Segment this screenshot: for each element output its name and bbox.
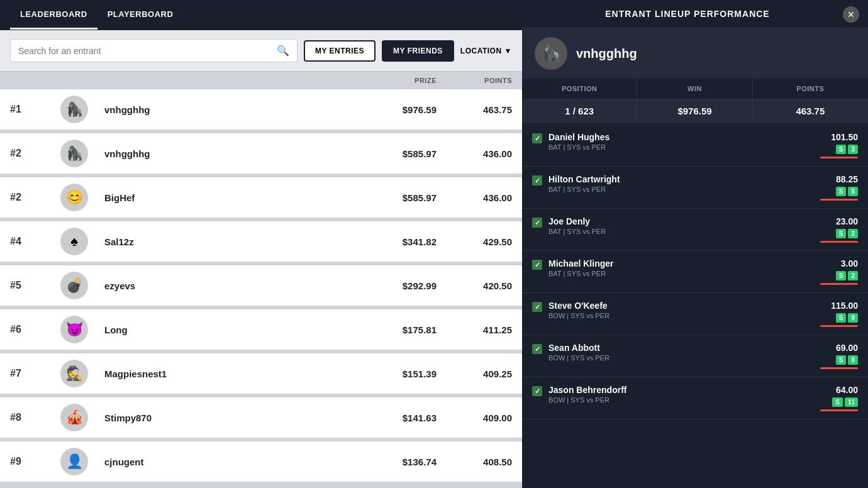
- location-button[interactable]: LOCATION ▼: [460, 47, 512, 55]
- rank: #6: [10, 324, 60, 335]
- search-wrapper: 🔍: [10, 39, 298, 62]
- player-info: Hilton Cartwright BAT | SYS vs PER: [548, 174, 814, 193]
- badge-num: 2: [848, 229, 858, 238]
- position-label: POSITION: [522, 79, 637, 99]
- nav-tabs: LEADERBOARD PLAYERBOARD: [0, 0, 522, 30]
- prize: $585.97: [348, 192, 437, 203]
- rank: #4: [10, 236, 60, 247]
- table-row[interactable]: #1 🦍 vnhgghhg $976.59 463.75: [0, 89, 522, 133]
- player-row[interactable]: Sean Abbott BOW | SYS vs PER 69.00 S 8: [522, 335, 868, 377]
- table-row[interactable]: #6 😈 Long $175.81 411.25: [0, 309, 522, 353]
- table-row[interactable]: #5 💣 ezyevs $292.99 420.50: [0, 265, 522, 309]
- right-panel: ENTRANT LINEUP PERFORMANCE ✕ 🦍 vnhgghhg …: [522, 0, 868, 488]
- rank: #2: [10, 192, 60, 203]
- score-badges: S 2: [820, 229, 858, 238]
- avatar: 😈: [60, 316, 88, 343]
- prize: $175.81: [348, 324, 437, 335]
- points: 429.50: [437, 236, 512, 247]
- player-name: Joe Denly: [548, 216, 814, 226]
- score-bar-wrapper: [820, 199, 858, 201]
- score-badges: S 5: [820, 187, 858, 196]
- player-meta: BAT | SYS vs PER: [548, 186, 814, 193]
- points: 409.25: [437, 369, 512, 379]
- close-button[interactable]: ✕: [843, 6, 859, 23]
- score-bar: [820, 157, 858, 158]
- player-score: 88.25: [820, 174, 858, 184]
- player-name: Daniel Hughes: [548, 132, 814, 142]
- win-label: WIN: [637, 79, 752, 99]
- player-row[interactable]: Hilton Cartwright BAT | SYS vs PER 88.25…: [522, 167, 868, 209]
- player-score-area: 23.00 S 2: [820, 216, 858, 243]
- score-bar: [820, 199, 858, 201]
- badge-s: S: [836, 313, 847, 323]
- score-badges: S 3: [820, 145, 858, 154]
- player-meta: BOW | SYS vs PER: [548, 312, 814, 319]
- username: vnhgghhg: [98, 104, 348, 115]
- prize: $585.97: [348, 148, 437, 159]
- username: Stimpy870: [98, 413, 348, 423]
- player-row[interactable]: Jason Behrendorff BOW | SYS vs PER 64.00…: [522, 377, 868, 419]
- score-badges: S 9: [820, 313, 858, 323]
- left-panel: LEADERBOARD PLAYERBOARD 🔍 MY ENTRIES MY …: [0, 0, 522, 488]
- avatar: ♠️: [60, 228, 88, 255]
- my-friends-button[interactable]: MY FRIENDS: [382, 40, 454, 62]
- points: 411.25: [437, 324, 512, 335]
- player-meta: BOW | SYS vs PER: [548, 396, 814, 404]
- player-score-area: 64.00 S 11: [820, 385, 858, 411]
- search-input[interactable]: [18, 46, 272, 56]
- my-entries-button[interactable]: MY ENTRIES: [304, 40, 376, 62]
- avatar: 🦍: [60, 96, 88, 123]
- player-score: 69.00: [820, 343, 858, 353]
- player-info: Michael Klinger BAT | SYS vs PER: [548, 258, 814, 277]
- entrant-header: 🦍 vnhgghhg: [522, 28, 868, 79]
- player-row[interactable]: Joe Denly BAT | SYS vs PER 23.00 S 2: [522, 209, 868, 251]
- table-row[interactable]: #7 🕵️ Magpiesnest1 $151.39 409.25: [0, 353, 522, 397]
- rank: #9: [10, 456, 60, 467]
- badge-s: S: [836, 187, 847, 196]
- rank: #5: [10, 280, 60, 291]
- score-bar: [820, 409, 858, 411]
- username: Sal12z: [98, 236, 348, 247]
- players-list: Daniel Hughes BAT | SYS vs PER 101.50 S …: [522, 125, 868, 488]
- player-meta: BOW | SYS vs PER: [548, 354, 814, 362]
- player-score-area: 101.50 S 3: [820, 132, 858, 158]
- player-score: 64.00: [820, 385, 858, 395]
- check-icon: [532, 386, 542, 396]
- stats-values: 1 / 623 $976.59 463.75: [522, 99, 868, 125]
- avatar: 💣: [60, 272, 88, 299]
- player-score: 23.00: [820, 216, 858, 226]
- avatar: 👤: [60, 448, 88, 475]
- player-info: Daniel Hughes BAT | SYS vs PER: [548, 132, 814, 151]
- player-name: Steve O'Keefe: [548, 301, 814, 311]
- table-row[interactable]: #2 🦍 vnhgghhg $585.97 436.00: [0, 133, 522, 177]
- check-icon: [532, 133, 542, 143]
- player-row[interactable]: Steve O'Keefe BOW | SYS vs PER 115.00 S …: [522, 293, 868, 335]
- username: cjnugent: [98, 457, 348, 467]
- check-icon: [532, 218, 542, 228]
- tab-playerboard[interactable]: PLAYERBOARD: [97, 1, 184, 30]
- player-score-area: 3.00 S 2: [820, 258, 858, 285]
- table-row[interactable]: #8 🎪 Stimpy870 $141.63 409.00: [0, 397, 522, 441]
- tab-leaderboard[interactable]: LEADERBOARD: [10, 1, 97, 30]
- player-name: Jason Behrendorff: [548, 385, 814, 395]
- score-bar-wrapper: [820, 241, 858, 243]
- player-meta: BAT | SYS vs PER: [548, 228, 814, 235]
- badge-s: S: [836, 145, 847, 154]
- points: 463.75: [437, 104, 512, 115]
- player-score: 101.50: [820, 132, 858, 142]
- table-row[interactable]: #9 👤 cjnugent $136.74 408.50: [0, 441, 522, 485]
- prize: $292.99: [348, 280, 437, 291]
- entrant-avatar: 🦍: [535, 37, 567, 70]
- player-row[interactable]: Michael Klinger BAT | SYS vs PER 3.00 S …: [522, 251, 868, 293]
- username: Magpiesnest1: [98, 369, 348, 379]
- prize: $151.39: [348, 369, 437, 379]
- leaderboard-table: #1 🦍 vnhgghhg $976.59 463.75 #2 🦍 vnhggh…: [0, 89, 522, 488]
- score-bar: [820, 325, 858, 327]
- player-info: Sean Abbott BOW | SYS vs PER: [548, 343, 814, 362]
- table-row[interactable]: #2 😊 BigHef $585.97 436.00: [0, 177, 522, 221]
- badge-s: S: [836, 229, 847, 238]
- player-row[interactable]: Daniel Hughes BAT | SYS vs PER 101.50 S …: [522, 125, 868, 167]
- win-value: $976.59: [637, 99, 752, 123]
- table-row[interactable]: #4 ♠️ Sal12z $341.82 429.50: [0, 221, 522, 265]
- player-info: Steve O'Keefe BOW | SYS vs PER: [548, 301, 814, 319]
